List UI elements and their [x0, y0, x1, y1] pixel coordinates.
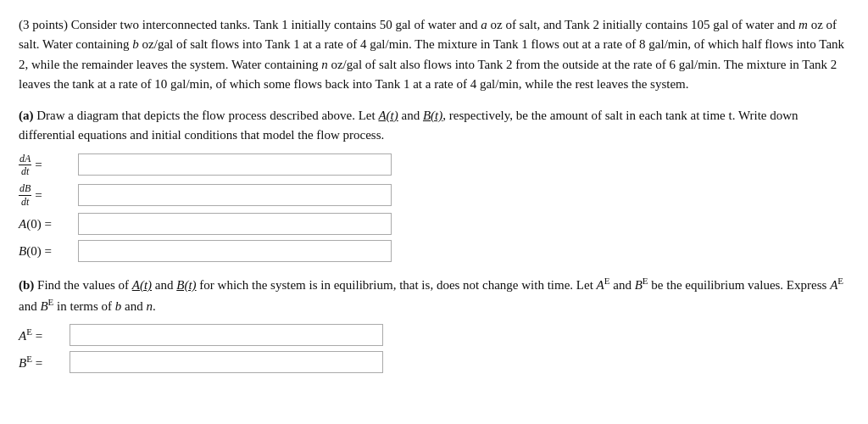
part-a-desc: Draw a diagram that depicts the flow pro…	[34, 109, 379, 122]
part-b-varn: n	[147, 299, 153, 313]
var-a: a	[481, 18, 487, 31]
part-b-and1: and	[152, 278, 176, 292]
part-b-desc2: for which the system is in equilibrium, …	[197, 278, 597, 292]
dB-denominator: dt	[20, 196, 30, 208]
A0-label: A(0) =	[19, 217, 78, 232]
AE-label: AE =	[19, 326, 70, 343]
BE-label-text: B	[19, 356, 26, 370]
part-b-AE-sup: E	[604, 276, 610, 286]
part-b-BE-sup: E	[643, 276, 648, 286]
part-b-and4: and	[121, 299, 146, 313]
A0-text: A	[19, 217, 26, 232]
AE-row: AE =	[19, 324, 849, 346]
dB-dt-label: dB dt =	[19, 182, 78, 208]
AE-sup: E	[26, 326, 32, 337]
A0-row: A(0) =	[19, 213, 849, 235]
dA-dt-fraction: dA dt	[19, 153, 31, 178]
problem-statement: (3 points) Consider two interconnected t…	[19, 15, 849, 94]
part-a-Bt: B(t)	[423, 109, 442, 122]
part-b-BE2: B	[40, 299, 47, 313]
B0-row: B(0) =	[19, 240, 849, 262]
part-b-desc5: .	[153, 299, 156, 313]
dA-eq-sign: =	[35, 158, 42, 172]
part-a-label: (a)	[19, 109, 34, 122]
BE-input[interactable]	[70, 351, 383, 373]
part-a-and1: and	[398, 109, 423, 122]
dA-numerator: dA	[19, 153, 31, 165]
part-a-At: A(t)	[378, 109, 398, 122]
part-b-desc4: in terms of	[53, 299, 115, 313]
var-b: b	[132, 37, 139, 51]
dA-dt-row: dA dt =	[19, 153, 849, 178]
part-b-desc3: be the equilibrium values. Express	[648, 278, 831, 292]
part-b-and2: and	[610, 278, 635, 292]
part-b-and3: and	[19, 299, 40, 313]
intro2-text: oz of salt, and Tank 2 initially contain…	[487, 18, 798, 31]
A0-input[interactable]	[78, 213, 392, 235]
dB-dt-fraction: dB dt	[19, 182, 31, 208]
part-b-BE: B	[635, 278, 643, 292]
part-b-section: (b) Find the values of A(t) and B(t) for…	[19, 274, 849, 373]
part-b-Bt: B(t)	[176, 278, 196, 292]
part-b-title: (b) Find the values of A(t) and B(t) for…	[19, 274, 849, 317]
part-b-AE2: A	[830, 278, 837, 292]
dA-dt-label: dA dt =	[19, 153, 78, 178]
dB-dt-row: dB dt =	[19, 182, 849, 208]
part-b-desc: Find the values of	[34, 278, 131, 292]
B0-label: B(0) =	[19, 244, 78, 259]
B0-eq: =	[44, 244, 51, 259]
part-b-AE2-sup: E	[837, 276, 843, 286]
part-b-AE: A	[597, 278, 604, 292]
B0-text: B	[19, 244, 26, 259]
part-a-title: (a) Draw a diagram that depicts the flow…	[19, 106, 849, 146]
BE-label: BE =	[19, 354, 70, 371]
AE-label-text: A	[19, 329, 26, 343]
BE-row: BE =	[19, 351, 849, 373]
var-n: n	[321, 58, 328, 71]
var-m: m	[798, 18, 808, 31]
part-b-At: A(t)	[132, 278, 152, 292]
part-b-inputs: AE = BE =	[19, 324, 849, 373]
A0-eq: =	[44, 217, 51, 232]
AE-input[interactable]	[70, 324, 383, 346]
BE-sup: E	[26, 354, 32, 364]
dB-dt-input[interactable]	[78, 184, 392, 206]
dA-denominator: dt	[20, 165, 30, 177]
dA-dt-input[interactable]	[78, 153, 392, 176]
intro-text: (3 points) Consider two interconnected t…	[19, 18, 481, 31]
part-a-section: (a) Draw a diagram that depicts the flow…	[19, 106, 849, 262]
dB-eq-sign: =	[35, 188, 42, 203]
B0-input[interactable]	[78, 240, 392, 262]
dB-numerator: dB	[19, 182, 31, 195]
part-b-label: (b)	[19, 278, 34, 292]
